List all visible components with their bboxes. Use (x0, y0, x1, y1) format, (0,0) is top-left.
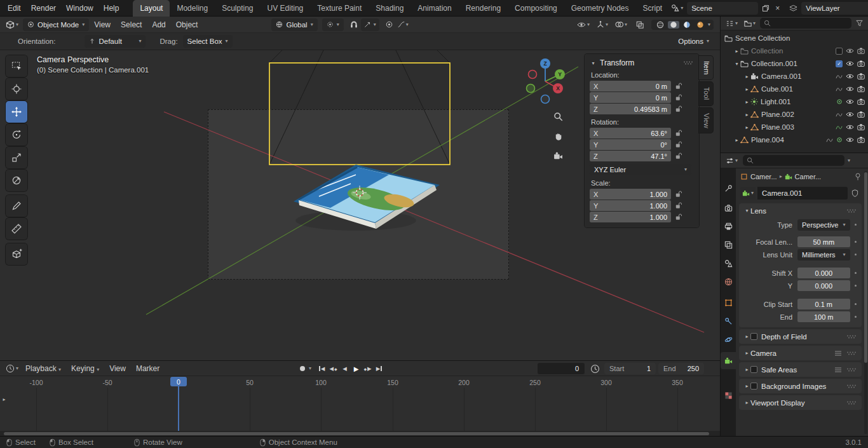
lens-panel-header[interactable]: ▾ Lens (739, 203, 862, 218)
timeline-ruler-area[interactable]: -100 -50 0 50 100 150 200 250 300 350 0 … (0, 376, 720, 431)
jump-to-end-button[interactable]: ▶ (374, 363, 384, 374)
lock-open-icon[interactable] (675, 94, 682, 101)
zoom-button[interactable] (550, 109, 566, 124)
rotation-z-field[interactable]: Z 47.1° (590, 151, 671, 161)
pan-button[interactable] (550, 128, 566, 144)
new-scene-button[interactable] (760, 4, 771, 12)
playhead-handle[interactable]: 0 (170, 377, 187, 386)
tab-modifier-properties[interactable] (721, 313, 736, 330)
shading-solid-button[interactable] (668, 21, 679, 29)
properties-editor-type-button[interactable]: ▾ (724, 157, 740, 165)
lock-open-icon[interactable] (675, 130, 682, 137)
eye-icon[interactable] (846, 98, 854, 105)
outliner-row-camera-001[interactable]: ▸ Camera.001 (721, 70, 868, 83)
previous-keyframe-button[interactable]: ◀◆ (329, 363, 338, 374)
tab-output-properties[interactable] (721, 218, 736, 235)
transform-panel-header[interactable]: ▾ Transform (590, 58, 694, 67)
sidebar-tab-tool[interactable]: Tool (699, 82, 713, 105)
menu-edit[interactable]: Edit (3, 0, 26, 17)
outliner-row-plane-003[interactable]: ▸ Plane.003 (721, 121, 868, 133)
menu-help[interactable]: Help (98, 0, 125, 17)
tab-tool-properties[interactable] (721, 180, 736, 197)
animate-dot[interactable] (855, 285, 857, 287)
properties-search-field[interactable] (743, 155, 844, 166)
outliner-display-mode-button[interactable]: ▾ (742, 20, 757, 27)
camera-render-icon[interactable] (857, 98, 865, 105)
proportional-edit-toggle[interactable] (384, 21, 395, 28)
location-z-field[interactable]: Z 0.49583 m (590, 104, 671, 114)
drag-select-box-selector[interactable]: Select Box ▾ (183, 35, 233, 48)
tab-object-properties[interactable] (721, 294, 736, 311)
camera-panel[interactable]: ▸ Camera (739, 346, 862, 360)
expander-icon[interactable]: ▸ (743, 86, 750, 92)
workspace-tab-script[interactable]: Script (635, 0, 669, 17)
camera-render-icon[interactable] (857, 86, 865, 92)
next-keyframe-button[interactable]: ◆▶ (363, 363, 372, 374)
rotation-y-field[interactable]: Y 0° (590, 139, 671, 150)
proportional-falloff-selector[interactable]: ▾ (396, 21, 410, 28)
gizmos-selector[interactable]: ▾ (595, 21, 610, 29)
timeline-menu-view[interactable]: View (104, 361, 131, 376)
hscrollbar-thumb[interactable] (4, 432, 709, 435)
camera-render-icon[interactable] (857, 60, 865, 67)
workspace-tab-modeling[interactable]: Modeling (170, 0, 215, 17)
rotation-mode-selector[interactable]: XYZ Euler ▾ (590, 164, 691, 175)
animate-dot[interactable] (855, 241, 857, 243)
end-frame-field[interactable]: End 250 (658, 363, 704, 374)
lock-open-icon[interactable] (675, 83, 682, 90)
shift-y-field[interactable]: 0.000 (797, 280, 850, 291)
tool-scale[interactable] (6, 147, 27, 168)
eye-icon[interactable] (846, 48, 854, 54)
lens-type-selector[interactable]: Perspective ▾ (797, 219, 850, 231)
breadcrumb-data[interactable]: Camer... (795, 173, 822, 180)
book-object[interactable] (294, 165, 440, 231)
editor-type-button[interactable]: ▾ (4, 20, 20, 29)
id-name-field[interactable]: Camera.001 (757, 187, 848, 200)
depth-of-field-checkbox[interactable] (750, 333, 757, 340)
tab-scene-properties[interactable] (721, 255, 736, 272)
overlays-selector[interactable]: ▾ (613, 21, 629, 28)
eye-icon[interactable] (846, 60, 854, 67)
viewlayer-browse-button[interactable] (787, 4, 799, 12)
location-y-field[interactable]: Y 0 m (590, 92, 671, 103)
camera-data-browse-button[interactable]: ▾ (740, 187, 756, 200)
timeline-menu-playback[interactable]: Playback ▾ (20, 361, 66, 376)
eye-icon[interactable] (846, 137, 854, 143)
orientation-selector[interactable]: Global ▾ (271, 18, 317, 31)
viewport-menu-view[interactable]: View (89, 17, 116, 33)
scale-z-field[interactable]: Z 1.000 (590, 212, 671, 222)
fake-user-shield-button[interactable] (850, 189, 860, 197)
lock-open-icon[interactable] (675, 153, 682, 160)
timeline-editor-type-button[interactable]: ▾ (4, 364, 20, 373)
camera-view-button[interactable] (550, 148, 566, 163)
clip-end-field[interactable]: 100 m (797, 311, 850, 322)
sidebar-tab-item[interactable]: Item (699, 56, 713, 79)
gizmo-minus-x[interactable] (529, 71, 537, 79)
camera-render-icon[interactable] (857, 48, 865, 54)
camera-render-icon[interactable] (857, 73, 865, 79)
tab-object-data-properties[interactable] (721, 352, 736, 369)
current-frame-field[interactable]: 0 (538, 363, 585, 374)
viewlayer-selector[interactable]: ViewLayer (801, 2, 868, 15)
expander-icon[interactable]: ▸ (743, 99, 750, 105)
channel-region-toggle[interactable]: ▸ (1, 397, 8, 402)
outliner-row-plane-002[interactable]: ▸ Plane.002 (721, 108, 868, 121)
lock-open-icon[interactable] (675, 105, 682, 112)
navigation-gizmo[interactable]: Z Y X (520, 56, 571, 107)
play-button[interactable]: ▶ (351, 363, 361, 374)
lock-open-icon[interactable] (675, 202, 682, 209)
expander-icon[interactable]: ▸ (743, 112, 750, 118)
eye-icon[interactable] (846, 73, 854, 79)
viewport-menu-select[interactable]: Select (116, 17, 147, 33)
expander-icon[interactable]: ▾ (733, 61, 740, 67)
camera-render-icon[interactable] (857, 111, 865, 118)
snap-settings-selector[interactable]: ▾ (361, 18, 379, 31)
presets-list-icon[interactable] (834, 350, 842, 356)
workspace-tab-sculpting[interactable]: Sculpting (215, 0, 260, 17)
exclude-checkbox[interactable] (836, 48, 843, 55)
camera-render-icon[interactable] (857, 124, 865, 130)
jump-to-start-button[interactable]: ◀ (317, 363, 327, 374)
scale-x-field[interactable]: X 1.000 (590, 189, 671, 200)
tab-render-properties[interactable] (721, 200, 736, 217)
exclude-checkbox[interactable]: ✓ (836, 60, 843, 67)
